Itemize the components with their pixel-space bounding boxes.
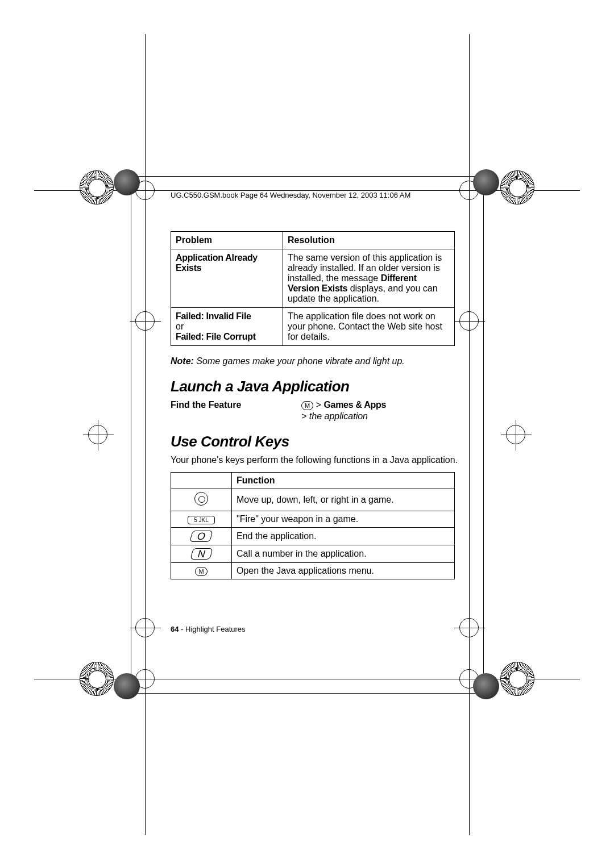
- key-cell: O: [171, 528, 232, 545]
- footer-section: Highlight Features: [185, 625, 246, 633]
- reg-solid-bl: [114, 673, 140, 699]
- reg-target-mr3: [459, 618, 479, 637]
- key-cell: [171, 489, 232, 511]
- table-row: 5 JKL "Fire" your weapon in a game.: [171, 511, 455, 528]
- table-row: Move up, down, left, or right in a game.: [171, 489, 455, 511]
- reg-hatched-bottom-left: [80, 662, 114, 696]
- nav-key-icon: [194, 492, 208, 506]
- problem-resolution-table: Problem Resolution Application Already E…: [171, 231, 455, 346]
- outer-left-rule: [145, 34, 146, 835]
- menu-path-bold: Games & Apps: [323, 400, 386, 410]
- frame-bottom-rule: [131, 693, 483, 694]
- frame-left-rule: [131, 176, 131, 693]
- find-feature-path: M > Games & Apps: [301, 400, 386, 410]
- func-text: Call a number in the application.: [232, 545, 455, 563]
- table-header-row: Problem Resolution: [171, 232, 455, 249]
- section-launch-heading: Launch a Java Application: [171, 378, 466, 395]
- problem-text: Application Already Exists: [176, 253, 258, 273]
- problem-line3: Failed: File Corrupt: [176, 332, 256, 341]
- reg-target-ml3: [135, 618, 155, 637]
- table-row: Application Already Exists The same vers…: [171, 249, 455, 308]
- outer-right-rule: [469, 34, 470, 835]
- func-header-row: Function: [171, 473, 455, 489]
- reg-target-ml2: [135, 311, 155, 331]
- table-row: O End the application.: [171, 528, 455, 545]
- five-key-icon: 5 JKL: [188, 516, 215, 524]
- resolution-cell: The application file does not work on yo…: [283, 308, 455, 346]
- table-row: M Open the Java applications menu.: [171, 563, 455, 579]
- spacer: [171, 411, 301, 422]
- key-cell: N: [171, 545, 232, 563]
- reg-solid-tr: [473, 169, 499, 195]
- problem-cell: Application Already Exists: [171, 249, 283, 308]
- reg-target-mr: [506, 425, 525, 444]
- menu-path-line2: > the application: [301, 411, 368, 422]
- page-header: UG.C550.GSM.book Page 64 Wednesday, Nove…: [171, 191, 410, 199]
- frame-top-rule: [131, 176, 483, 177]
- footer-sep: -: [179, 625, 185, 633]
- problem-line2: or: [176, 322, 184, 331]
- resolution-cell: The same version of this application is …: [283, 249, 455, 308]
- note-label: Note:: [171, 356, 194, 366]
- func-text: End the application.: [232, 528, 455, 545]
- func-text: "Fire" your weapon in a game.: [232, 511, 455, 528]
- keys-intro: Your phone's keys perform the following …: [171, 455, 466, 465]
- menu-sep: >: [313, 400, 323, 410]
- reg-solid-br: [473, 673, 499, 699]
- menu-key-icon: M: [301, 401, 313, 410]
- reg-hatched-bottom-right: [500, 662, 534, 696]
- note: Note: Some games make your phone vibrate…: [171, 356, 466, 366]
- col-key: [171, 473, 232, 489]
- find-feature-label: Find the Feature: [171, 400, 301, 410]
- reg-hatched-top-left: [80, 170, 114, 205]
- call-key-icon: N: [190, 548, 213, 560]
- end-key-icon: O: [189, 531, 213, 542]
- table-row: Failed: Invalid File or Failed: File Cor…: [171, 308, 455, 346]
- key-cell: 5 JKL: [171, 511, 232, 528]
- frame-right-rule: [483, 176, 484, 693]
- reg-target-ml: [88, 425, 107, 444]
- problem-line1: Failed: Invalid File: [176, 311, 251, 321]
- page-number: 64: [171, 625, 179, 633]
- function-table: Function Move up, down, left, or right i…: [171, 472, 455, 579]
- resolution-pre: The same version of this application is …: [288, 253, 442, 283]
- menu-key-icon: M: [195, 567, 207, 576]
- col-function: Function: [232, 473, 455, 489]
- col-problem: Problem: [171, 232, 283, 249]
- key-cell: M: [171, 563, 232, 579]
- func-text: Move up, down, left, or right in a game.: [232, 489, 455, 511]
- reg-hatched-top-right: [500, 170, 534, 205]
- find-feature-row: Find the Feature M > Games & Apps: [171, 400, 466, 410]
- note-text: Some games make your phone vibrate and l…: [194, 356, 405, 366]
- func-text: Open the Java applications menu.: [232, 563, 455, 579]
- page-footer: 64 - Highlight Features: [171, 625, 246, 633]
- page-content: Problem Resolution Application Already E…: [171, 231, 466, 579]
- reg-solid-tl: [114, 169, 140, 195]
- col-resolution: Resolution: [283, 232, 455, 249]
- table-row: N Call a number in the application.: [171, 545, 455, 563]
- section-keys-heading: Use Control Keys: [171, 433, 466, 450]
- find-feature-row-2: > the application: [171, 411, 466, 422]
- problem-cell: Failed: Invalid File or Failed: File Cor…: [171, 308, 283, 346]
